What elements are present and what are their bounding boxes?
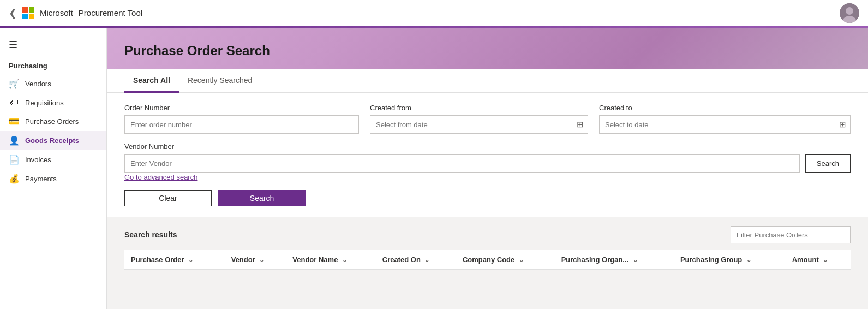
col-amount-label: Amount: [792, 255, 819, 264]
vendor-number-label: Vendor Number: [124, 142, 851, 151]
sidebar-item-purchase-orders[interactable]: 💳 Purchase Orders: [0, 112, 106, 131]
sidebar-item-vendors[interactable]: 🛒 Vendors: [0, 74, 106, 93]
page-header: Purchase Order Search: [107, 28, 868, 69]
created-to-group: Created to ⊞: [599, 104, 851, 134]
svg-point-1: [846, 7, 853, 15]
order-number-input[interactable]: [124, 115, 359, 134]
sidebar-item-payments[interactable]: 💰 Payments: [0, 169, 106, 188]
topbar: ❮ Microsoft Procurement Tool: [0, 0, 868, 26]
vendor-number-group: Vendor Number Search: [124, 142, 851, 173]
results-title: Search results: [124, 230, 177, 239]
created-from-wrap: ⊞: [370, 115, 588, 134]
back-icon[interactable]: ❮: [9, 7, 17, 19]
results-table: Purchase Order ⌄ Vendor ⌄ Vendor Name ⌄: [124, 250, 851, 270]
sidebar-item-label: Vendors: [25, 80, 51, 88]
sidebar-item-requisitions[interactable]: 🏷 Requisitions: [0, 93, 106, 112]
col-purchasing-group[interactable]: Purchasing Group ⌄: [674, 250, 786, 270]
col-vendor-name-label: Vendor Name: [292, 255, 338, 264]
search-button[interactable]: Search: [218, 190, 306, 206]
sort-amount-icon: ⌄: [823, 257, 828, 263]
page-title: Purchase Order Search: [124, 43, 851, 58]
tab-search-all[interactable]: Search All: [124, 69, 179, 93]
col-vendor-label: Vendor: [231, 255, 255, 264]
sidebar-item-label: Goods Receipts: [25, 136, 79, 145]
created-to-input[interactable]: [599, 115, 851, 134]
payment-icon: 💰: [9, 174, 20, 184]
vendor-search-button[interactable]: Search: [805, 154, 851, 173]
search-form: Order Number Created from ⊞ Created to ⊞: [107, 93, 868, 217]
col-amount[interactable]: Amount ⌄: [786, 250, 851, 270]
created-from-label: Created from: [370, 104, 588, 112]
sidebar-item-label: Requisitions: [25, 99, 64, 107]
vendor-row: Search: [124, 154, 851, 173]
col-vendor[interactable]: Vendor ⌄: [225, 250, 286, 270]
filter-input[interactable]: [731, 226, 851, 243]
tag-icon: 🏷: [9, 98, 20, 108]
microsoft-logo: [22, 7, 34, 19]
sort-vendor-icon: ⌄: [259, 257, 264, 263]
col-vendor-name[interactable]: Vendor Name ⌄: [286, 250, 375, 270]
form-row-1: Order Number Created from ⊞ Created to ⊞: [124, 104, 851, 134]
clear-button[interactable]: Clear: [124, 190, 212, 206]
sidebar-item-goods-receipts[interactable]: 👤 Goods Receipts: [0, 131, 106, 150]
sort-vendor-name-icon: ⌄: [342, 257, 347, 263]
hamburger-icon[interactable]: ☰: [0, 34, 106, 55]
advanced-search-link[interactable]: Go to advanced search: [124, 173, 197, 181]
topbar-left: ❮ Microsoft Procurement Tool: [9, 7, 142, 19]
order-number-group: Order Number: [124, 104, 359, 134]
col-created-on[interactable]: Created On ⌄: [376, 250, 456, 270]
col-company-code-label: Company Code: [463, 255, 514, 264]
created-from-input[interactable]: [370, 115, 588, 134]
results-table-head: Purchase Order ⌄ Vendor ⌄ Vendor Name ⌄: [124, 250, 851, 270]
tabs-bar: Search All Recently Searched: [107, 69, 868, 93]
sort-purchasing-group-icon: ⌄: [746, 257, 751, 263]
results-area: Search results Purchase Order ⌄ Vendor ⌄: [107, 217, 868, 309]
col-created-on-label: Created On: [382, 255, 421, 264]
sidebar-section-title: Purchasing: [0, 57, 106, 74]
content-area: Purchase Order Search Search All Recentl…: [107, 28, 868, 309]
form-actions: Clear Search: [124, 190, 851, 206]
card-icon: 💳: [9, 116, 20, 127]
app-title: Microsoft: [40, 8, 73, 17]
created-to-wrap: ⊞: [599, 115, 851, 134]
sidebar-item-label: Payments: [25, 175, 57, 183]
sort-purchase-order-icon: ⌄: [188, 257, 193, 263]
col-company-code[interactable]: Company Code ⌄: [456, 250, 555, 270]
sidebar-item-invoices[interactable]: 📄 Invoices: [0, 150, 106, 169]
order-number-label: Order Number: [124, 104, 359, 112]
col-purchase-order[interactable]: Purchase Order ⌄: [124, 250, 225, 270]
cart-icon: 🛒: [9, 79, 20, 89]
sort-created-on-icon: ⌄: [424, 257, 429, 263]
sidebar: ☰ Purchasing 🛒 Vendors 🏷 Requisitions 💳 …: [0, 28, 107, 309]
invoice-icon: 📄: [9, 154, 20, 165]
tab-recently-searched[interactable]: Recently Searched: [179, 69, 261, 93]
created-to-label: Created to: [599, 104, 851, 112]
created-from-group: Created from ⊞: [370, 104, 588, 134]
results-header: Search results: [124, 226, 851, 243]
col-purchasing-organ-label: Purchasing Organ...: [561, 255, 629, 264]
sidebar-item-label: Purchase Orders: [25, 117, 79, 126]
vendor-number-input[interactable]: [124, 154, 800, 173]
col-purchasing-organ[interactable]: Purchasing Organ... ⌄: [555, 250, 674, 270]
avatar[interactable]: [840, 3, 859, 23]
receipt-icon: 👤: [9, 135, 20, 146]
main-layout: ☰ Purchasing 🛒 Vendors 🏷 Requisitions 💳 …: [0, 28, 868, 309]
col-purchase-order-label: Purchase Order: [131, 255, 184, 264]
results-table-header-row: Purchase Order ⌄ Vendor ⌄ Vendor Name ⌄: [124, 250, 851, 270]
col-purchasing-group-label: Purchasing Group: [680, 255, 742, 264]
sidebar-item-label: Invoices: [25, 156, 51, 164]
sort-purchasing-organ-icon: ⌄: [633, 257, 638, 263]
app-subtitle: Procurement Tool: [79, 8, 142, 17]
sort-company-code-icon: ⌄: [519, 257, 524, 263]
vendor-input-wrap: [124, 154, 800, 173]
